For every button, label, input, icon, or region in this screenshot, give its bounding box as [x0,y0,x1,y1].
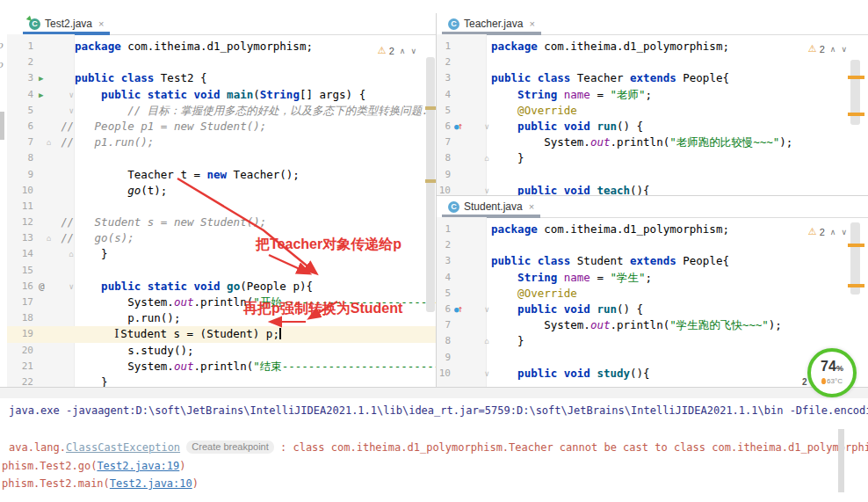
next-warning-chevron[interactable]: ∨ [410,47,416,55]
code-line[interactable]: 6●↑∨ public void run() { [437,119,868,135]
line-number: 5 [7,103,33,119]
code-line[interactable]: 10∨ public void teach(){ [437,183,868,195]
code-line[interactable]: 4 String name = "学生"; [437,270,868,286]
code-line[interactable]: 6// People p1 = new Student(); [7,119,436,135]
code-line[interactable]: 8⌂ } [437,150,868,166]
code-line[interactable]: 3▶public class Test2 { [7,70,436,86]
warning-stripe-mark[interactable] [848,284,864,287]
tab-teacher-java[interactable]: C Teacher.java × [442,13,541,34]
warning-stripe-mark[interactable] [848,244,864,247]
code-line[interactable]: 5∨ // 目标：掌握使用多态的好处，以及多态下的类型转换问题. [7,103,436,119]
warning-stripe-mark[interactable] [425,179,436,183]
fold-open-icon[interactable]: ∨ [485,119,489,135]
prev-warning-chevron[interactable]: ∧ [830,45,836,54]
code-line[interactable]: 9 [437,167,868,183]
inspection-widget[interactable]: ⚠2 ∧ ∨ [808,226,847,237]
tabbar-top-right: C Teacher.java × [437,13,868,35]
stack-link[interactable]: Test2.java:10 [110,477,192,490]
tab-test2-java[interactable]: C Test2.java × [23,13,110,34]
next-warning-chevron[interactable]: ∨ [841,45,847,54]
overriding-method-icon[interactable]: ●↑ [454,302,463,317]
code-line[interactable]: 12// Student s = new Student(); [7,215,436,230]
code-line[interactable]: 9 [437,350,868,366]
comment-slashes-mark: // [61,119,74,135]
code-line[interactable]: 6●↑∨ public void run() { [437,302,868,317]
code-line[interactable]: 8⌂ } [437,333,868,349]
code-line[interactable]: 10 go(t); [7,183,436,199]
fold-open-icon[interactable]: ∨ [69,279,74,295]
next-warning-chevron[interactable]: ∨ [841,228,847,236]
code-line[interactable]: 5 @Override [437,103,868,119]
exception-class-link[interactable]: ClassCastException [66,441,180,454]
code-line[interactable]: 1package com.itheima.d1_polymorphism; [7,39,436,55]
code-line[interactable]: 3public class Teacher extends People{ [437,70,868,86]
code-line[interactable]: 2 [7,55,436,70]
fold-open-icon[interactable]: ∨ [69,87,74,103]
run-console[interactable]: java.exe -javaagent:D:\soft\JetBrains\In… [0,398,868,502]
code-line[interactable]: 2 [437,237,868,253]
code-editor-test2[interactable]: 1package com.itheima.d1_polymorphism;23▶… [7,34,436,387]
fold-closed-icon[interactable]: ⌂ [47,230,51,246]
code-line[interactable]: 1package com.itheima.d1_polymorphism; [437,222,868,237]
inspection-widget[interactable]: ⚠2 ∧ ∨ [378,45,416,56]
code-line[interactable]: 7⌂// p1.run(); [7,135,436,150]
java-class-icon: C [448,18,459,30]
prev-warning-chevron[interactable]: ∧ [830,228,836,236]
code-editor-teacher[interactable]: 1package com.itheima.d1_polymorphism;23p… [437,34,868,195]
pane-divider-horizontal[interactable] [437,195,868,196]
code-line[interactable]: 1package com.itheima.d1_polymorphism; [437,39,868,55]
code-line[interactable]: 5 @Override [437,286,868,302]
code-line[interactable]: 7 System.out.println("学生跑的飞快~~~"); [437,317,868,333]
close-icon[interactable]: × [529,18,534,29]
code-line[interactable]: 8 [7,150,436,166]
warning-stripe-mark[interactable] [848,76,864,79]
overriding-method-icon[interactable]: ●↑ [454,119,463,135]
project-panel-edge: p p [0,13,7,387]
panel-scrollbar-thumb[interactable] [0,112,4,140]
run-gutter-icon[interactable]: ▶ [39,87,43,103]
run-gutter-icon[interactable]: ▶ [39,70,43,86]
code-line[interactable]: 20 s.study(); [7,343,436,359]
scrollbar-thumb[interactable] [426,57,435,312]
fold-closed-icon[interactable]: ⌂ [69,246,74,262]
fold-closed-icon[interactable]: ⌂ [47,135,51,150]
fold-open-icon[interactable]: ∨ [69,103,74,119]
prev-warning-chevron[interactable]: ∧ [400,47,406,55]
fold-open-icon[interactable]: ∨ [485,183,489,195]
java-class-icon: C [448,201,459,213]
code-line[interactable]: 9 Teacher t = new Teacher(); [7,167,436,183]
warning-stripe-mark[interactable] [848,113,864,116]
close-icon[interactable]: × [529,201,534,212]
pane-divider-vertical[interactable] [436,13,437,387]
code-line[interactable]: 2 [437,55,868,70]
inspection-widget[interactable]: ⚠2 ∧ ∨ [808,43,847,55]
fold-closed-icon[interactable]: ⌂ [485,333,489,349]
close-icon[interactable]: × [98,18,104,29]
code-line[interactable]: 16@∨ public static void go(People p){ [7,279,436,295]
code-line[interactable]: 4 String name = "老师"; [437,87,868,103]
code-line[interactable]: 19 IStudent s = (Student) p; [7,326,436,342]
fold-closed-icon[interactable]: ⌂ [485,150,489,166]
code-line[interactable]: 7 System.out.println("老师跑的比较慢~~~"); [437,135,868,150]
code-line[interactable]: 22 } [7,375,436,387]
line-number: 10 [437,366,451,382]
warning-icon: ⚠ [808,43,817,55]
code-line[interactable]: 3public class Student extends People{ [437,253,868,269]
fold-open-icon[interactable]: ∨ [485,302,489,317]
code-line[interactable]: 11 [7,199,436,215]
tab-student-java[interactable]: C Student.java × [442,196,540,217]
console-scrollbar-thumb[interactable] [838,429,844,492]
line-number: 14 [7,246,33,262]
code-line[interactable]: 21 System.out.println("结束---------------… [7,359,436,375]
stack-link[interactable]: Test2.java:19 [97,460,179,472]
line-number: 18 [7,310,33,326]
create-breakpoint-chip[interactable]: Create breakpoint [186,440,273,454]
code-line[interactable]: 4▶∨ public static void main(String[] arg… [7,87,436,103]
warning-icon: ⚠ [378,45,387,56]
fold-open-icon[interactable]: ∨ [485,366,489,382]
line-number: 3 [437,70,451,86]
code-line[interactable]: 15 [7,263,436,279]
code-editor-student[interactable]: 1package com.itheima.d1_polymorphism;23p… [437,217,868,387]
stack-trace-line: phism.Test2.main(Test2.java:10) [2,477,199,491]
warning-stripe-mark[interactable] [425,106,436,110]
